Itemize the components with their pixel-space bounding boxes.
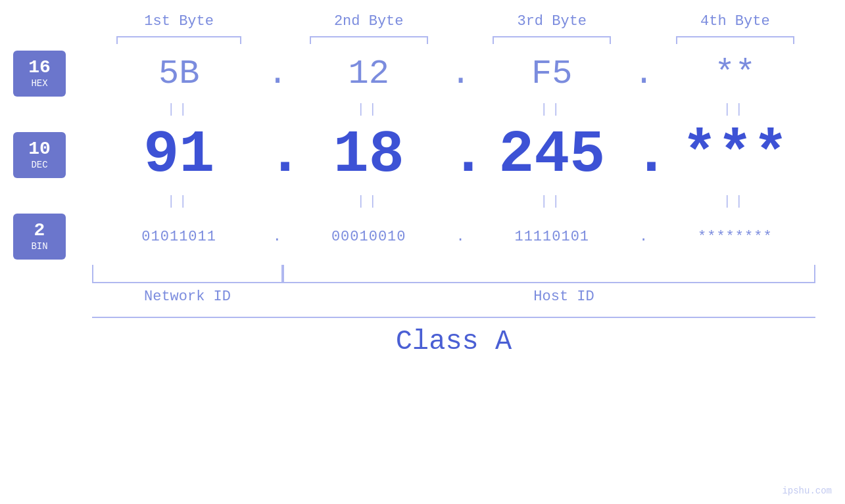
hex-badge-col: 16 HEX: [0, 51, 92, 97]
dec-row: 10 DEC 91 . 18 . 245 . ***: [0, 122, 845, 189]
byte2-header: 2nd Byte: [290, 13, 448, 30]
bin-row: 2 BIN 01011011 . 00010010 . 11110101 .: [0, 214, 845, 260]
hex-badge: 16 HEX: [13, 51, 66, 97]
top-brackets: [92, 36, 815, 44]
dec-badge: 10 DEC: [13, 132, 66, 178]
byte-headers: 1st Byte 2nd Byte 3rd Byte 4th Byte: [92, 13, 815, 30]
hex-row: 16 HEX 5B . 12 . F5 . **: [0, 51, 845, 97]
top-bracket-4: [676, 36, 794, 44]
dec-b3: 245: [473, 126, 631, 185]
hex-dot3: .: [634, 55, 654, 93]
top-bracket-3: [493, 36, 611, 44]
dec-b2: 18: [290, 126, 448, 185]
hex-b3: F5: [473, 55, 631, 93]
hex-b2: 12: [290, 55, 448, 93]
eq1-b2: ||: [290, 102, 448, 117]
class-bracket-line: [92, 317, 815, 318]
eq1-b3: ||: [473, 102, 631, 117]
bin-b3: 11110101: [473, 229, 631, 245]
byte4-header: 4th Byte: [656, 13, 814, 30]
byte3-header: 3rd Byte: [473, 13, 631, 30]
class-section: Class A: [92, 317, 815, 357]
bin-b1: 01011011: [93, 229, 264, 245]
network-id-label: Network ID: [92, 288, 283, 305]
byte1-header: 1st Byte: [93, 13, 264, 30]
main-container: 1st Byte 2nd Byte 3rd Byte 4th Byte: [0, 0, 845, 504]
eq2-b3: ||: [473, 194, 631, 209]
eq1-b4: ||: [656, 102, 814, 117]
dec-dot1: .: [267, 122, 287, 189]
equals-row-2: || || || ||: [0, 189, 845, 214]
hex-b4: **: [656, 55, 814, 93]
bin-dot1: .: [267, 229, 287, 245]
dec-dot3: .: [634, 122, 654, 189]
bin-badge: 2 BIN: [13, 214, 66, 260]
eq2-b1: ||: [93, 194, 264, 209]
hex-b1: 5B: [93, 55, 264, 93]
watermark: ipshu.com: [782, 486, 832, 496]
bin-dot3: .: [634, 229, 654, 245]
dec-badge-col: 10 DEC: [0, 132, 92, 178]
bin-dot2: .: [450, 229, 470, 245]
equals-row-1: || || || ||: [0, 97, 845, 122]
top-bracket-2: [310, 36, 428, 44]
id-labels-row: Network ID Host ID: [0, 288, 845, 305]
host-bracket: [283, 265, 815, 283]
dec-b1: 91: [93, 126, 264, 185]
bottom-brackets: [92, 265, 815, 283]
bin-badge-col: 2 BIN: [0, 214, 92, 260]
dec-b4: ***: [656, 126, 814, 185]
network-bracket: [92, 265, 283, 283]
class-label: Class A: [92, 326, 815, 357]
host-id-label: Host ID: [283, 288, 845, 305]
bottom-brackets-row: [0, 265, 845, 283]
class-section-wrapper: Class A: [0, 317, 845, 357]
bin-b4: ********: [656, 229, 814, 245]
eq2-b2: ||: [290, 194, 448, 209]
bin-b2: 00010010: [290, 229, 448, 245]
top-bracket-1: [116, 36, 241, 44]
dec-dot2: .: [450, 122, 470, 189]
hex-dot1: .: [267, 55, 287, 93]
eq1-b1: ||: [93, 102, 264, 117]
eq2-b4: ||: [656, 194, 814, 209]
hex-dot2: .: [450, 55, 470, 93]
